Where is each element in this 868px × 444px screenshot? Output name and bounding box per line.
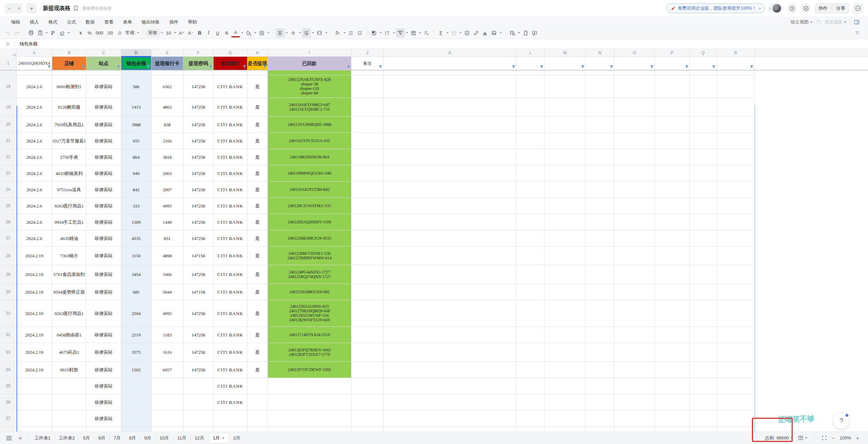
cell-C25[interactable]: 菲律宾站 bbox=[86, 198, 121, 214]
column-header-M[interactable]: M bbox=[545, 49, 586, 57]
filter-icon[interactable] bbox=[147, 65, 150, 69]
cell-M28[interactable] bbox=[545, 247, 586, 265]
column-header-H[interactable]: H bbox=[247, 49, 268, 57]
cell-N35[interactable] bbox=[586, 378, 614, 394]
cell-J35[interactable] bbox=[351, 378, 384, 394]
cell-P25[interactable] bbox=[655, 198, 690, 214]
chevron-down-icon[interactable] bbox=[343, 32, 346, 34]
menu-item-查看[interactable]: 查看 bbox=[100, 19, 118, 25]
cell-I34[interactable]: 24012971FCDEWF-1502 bbox=[268, 362, 351, 378]
cell-M20[interactable] bbox=[545, 117, 586, 133]
cell-O31[interactable] bbox=[614, 300, 655, 327]
cell-Q20[interactable] bbox=[690, 117, 717, 133]
cell-O29[interactable] bbox=[614, 265, 655, 284]
cell-C27[interactable]: 菲律宾站 bbox=[86, 230, 121, 247]
cell-G20[interactable]: CITI BANK bbox=[214, 117, 247, 133]
cell-J33[interactable] bbox=[351, 343, 384, 362]
cell-H29[interactable]: 是 bbox=[247, 265, 268, 284]
cell-R31[interactable] bbox=[717, 300, 755, 327]
sheet-list-icon[interactable] bbox=[6, 436, 12, 440]
cell-B36[interactable] bbox=[52, 394, 86, 410]
cell-I27[interactable]: 240123ME4MUF29-4535 bbox=[268, 230, 351, 247]
cell-R38[interactable] bbox=[717, 427, 755, 432]
cell-K22[interactable] bbox=[384, 149, 517, 165]
column-header-Q[interactable]: Q bbox=[690, 49, 717, 57]
cell-L35[interactable] bbox=[517, 378, 545, 394]
cell-B26[interactable]: 9954手工艺品1 bbox=[52, 214, 86, 230]
cell-F24[interactable]: 147258 bbox=[183, 182, 214, 198]
cell-R19[interactable] bbox=[717, 98, 755, 117]
row-number-34[interactable]: 34 bbox=[0, 362, 17, 378]
sheet-tab-5月[interactable]: 5月 bbox=[79, 433, 94, 443]
cell-J32[interactable] bbox=[351, 327, 384, 343]
row-number-28[interactable]: 28 bbox=[0, 247, 17, 265]
insert-link-button[interactable] bbox=[472, 28, 481, 37]
cell-A21[interactable]: 2024.2.6 bbox=[17, 133, 52, 149]
cell-E34[interactable]: 6057 bbox=[151, 362, 183, 378]
cell-A1[interactable]: 240101Q6KHDX4 bbox=[17, 57, 52, 71]
cell-H32[interactable]: 是 bbox=[247, 327, 268, 343]
filter-icon[interactable] bbox=[116, 65, 120, 69]
row-number-30[interactable]: 30 bbox=[0, 284, 17, 300]
cell-J21[interactable] bbox=[351, 133, 384, 149]
cell-I38[interactable] bbox=[268, 427, 351, 432]
cell-G1[interactable]: 提现银行 bbox=[214, 57, 247, 71]
chevron-down-icon[interactable] bbox=[174, 32, 176, 34]
filter-icon-wrap[interactable] bbox=[47, 65, 51, 69]
cell-A36[interactable] bbox=[17, 394, 52, 410]
cell-Q38[interactable] bbox=[690, 427, 717, 432]
row-number-24[interactable]: 24 bbox=[0, 182, 17, 198]
cell-O22[interactable] bbox=[614, 149, 655, 165]
cell-J38[interactable] bbox=[351, 427, 384, 432]
cell-K34[interactable] bbox=[384, 362, 517, 378]
cell-I18[interactable]: 240112NAKTGNFX-828shopee-38shopee-120sho… bbox=[268, 75, 351, 98]
fit-screen-button[interactable] bbox=[822, 435, 827, 441]
cell-M32[interactable] bbox=[545, 327, 586, 343]
cell-A27[interactable]: 2024.2.6 bbox=[17, 230, 52, 247]
cell-G24[interactable]: CITI BANK bbox=[214, 182, 247, 198]
zoom-out-button[interactable]: − bbox=[832, 435, 835, 441]
cell-K27[interactable] bbox=[384, 230, 517, 247]
cell-E30[interactable]: 5044 bbox=[151, 284, 183, 300]
cell-G26[interactable]: CITI BANK bbox=[214, 214, 247, 230]
cell-K28[interactable] bbox=[384, 247, 517, 265]
cell-A22[interactable]: 2024.2.6 bbox=[17, 149, 52, 165]
column-header-R[interactable]: R bbox=[717, 49, 755, 57]
cell-L21[interactable] bbox=[517, 133, 545, 149]
cell-J26[interactable] bbox=[351, 214, 384, 230]
cell-J18[interactable] bbox=[351, 75, 384, 98]
cell-F20[interactable]: 147258 bbox=[183, 117, 214, 133]
cell-P31[interactable] bbox=[655, 300, 690, 327]
cell-G38[interactable] bbox=[214, 427, 247, 432]
cell-K33[interactable] bbox=[384, 343, 517, 362]
cell-L23[interactable] bbox=[517, 165, 545, 182]
horizontal-align-button[interactable] bbox=[276, 28, 285, 37]
column-header-G[interactable]: G bbox=[214, 49, 247, 57]
cell-F19[interactable]: 147258 bbox=[183, 98, 214, 117]
cell-F33[interactable]: 147258 bbox=[183, 343, 214, 362]
cell-O26[interactable] bbox=[614, 214, 655, 230]
cell-M31[interactable] bbox=[545, 300, 586, 327]
filter-icon-wrap[interactable] bbox=[147, 65, 150, 69]
cell-F30[interactable]: 147158 bbox=[183, 284, 214, 300]
chevron-down-icon[interactable] bbox=[380, 32, 382, 34]
cell-I31[interactable]: 240125S5AU6956-8332401270B3DQM28-6682401… bbox=[268, 300, 351, 327]
cell-E28[interactable]: 4898 bbox=[151, 247, 183, 265]
cell-D31[interactable]: 2504 bbox=[121, 300, 151, 327]
cell-A18[interactable]: 2024.2.6 bbox=[17, 75, 52, 98]
row-number-1[interactable]: 1 bbox=[0, 57, 17, 71]
filter-icon[interactable] bbox=[650, 65, 654, 69]
cell-F22[interactable]: 147258 bbox=[183, 149, 214, 165]
cell-C31[interactable]: 菲律宾站 bbox=[86, 300, 121, 327]
cell-Q1[interactable] bbox=[690, 57, 717, 71]
cell-C19[interactable]: 菲律宾站 bbox=[86, 98, 121, 117]
filter-icon-wrap[interactable] bbox=[610, 65, 613, 69]
cell-H21[interactable]: 是 bbox=[247, 133, 268, 149]
cell-C1[interactable]: 站点 bbox=[86, 57, 121, 71]
sum-button[interactable]: Σ bbox=[436, 28, 445, 37]
cell-D20[interactable]: 3988 bbox=[121, 117, 151, 133]
cell-J20[interactable] bbox=[351, 117, 384, 133]
vertical-align-button[interactable] bbox=[289, 28, 298, 37]
cell-N34[interactable] bbox=[586, 362, 614, 378]
cell-K1[interactable] bbox=[384, 57, 517, 71]
